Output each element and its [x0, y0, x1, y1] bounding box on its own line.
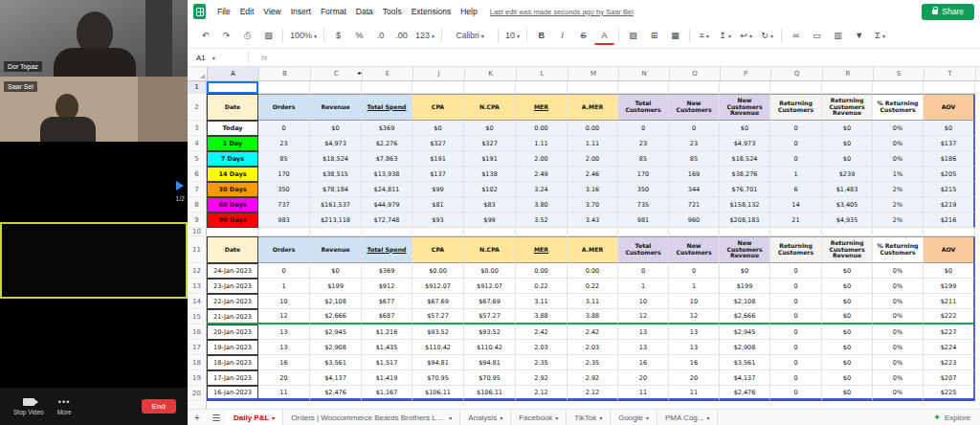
- cell[interactable]: [258, 228, 310, 236]
- text-color-button[interactable]: A: [594, 29, 614, 45]
- cell[interactable]: 0: [618, 263, 669, 279]
- cell[interactable]: $110.42: [412, 340, 464, 355]
- cell[interactable]: $2,476: [310, 386, 362, 401]
- cell[interactable]: 2.35: [568, 355, 618, 370]
- cell[interactable]: % Returning Customers: [873, 94, 924, 121]
- cell[interactable]: $38,515: [310, 167, 362, 182]
- cell[interactable]: 0%: [873, 324, 924, 340]
- cell[interactable]: 721: [669, 197, 720, 212]
- cell[interactable]: $2,908: [720, 340, 770, 355]
- cell[interactable]: 23-Jan-2023: [207, 279, 258, 294]
- cell[interactable]: $224: [924, 340, 975, 355]
- cell[interactable]: 960: [669, 212, 720, 228]
- cell[interactable]: $912.07: [412, 279, 464, 294]
- cell[interactable]: 1: [669, 279, 720, 294]
- row-header-3[interactable]: 3: [188, 121, 207, 136]
- cell[interactable]: $70.95: [412, 370, 464, 386]
- cell[interactable]: 0%: [873, 386, 924, 401]
- cell[interactable]: A.MER: [568, 94, 618, 121]
- cell[interactable]: 0%: [873, 151, 924, 167]
- all-sheets-button[interactable]: ☰: [207, 410, 226, 425]
- redo-button[interactable]: ↷: [216, 27, 236, 44]
- cell[interactable]: MER: [516, 94, 568, 121]
- cell[interactable]: 0: [770, 279, 822, 294]
- cell[interactable]: MER: [516, 236, 568, 263]
- cell[interactable]: $216: [924, 212, 975, 228]
- cell[interactable]: $0: [822, 151, 873, 167]
- cell[interactable]: $4,137: [310, 370, 362, 386]
- cell[interactable]: 11: [258, 386, 310, 401]
- menu-file[interactable]: File: [212, 5, 235, 18]
- cell[interactable]: 3.11: [568, 294, 618, 309]
- cell[interactable]: $81: [412, 197, 464, 212]
- cell[interactable]: 11: [618, 386, 669, 401]
- cell[interactable]: 0%: [873, 121, 924, 136]
- cell[interactable]: 735: [618, 197, 669, 212]
- cell[interactable]: [310, 228, 362, 236]
- cell[interactable]: 0: [669, 121, 720, 136]
- cell[interactable]: 2%: [873, 197, 924, 212]
- cell[interactable]: $2,945: [720, 324, 770, 340]
- cell[interactable]: $199: [720, 279, 770, 294]
- column-header-Q[interactable]: Q: [771, 67, 823, 80]
- row-header-12[interactable]: 12: [188, 263, 207, 279]
- undo-button[interactable]: ↶: [195, 27, 215, 44]
- selected-cell-a1[interactable]: [207, 81, 258, 94]
- row-header-1[interactable]: 1: [188, 81, 207, 94]
- cell[interactable]: 22-Jan-2023: [207, 294, 258, 309]
- row-header-16[interactable]: 16: [188, 324, 207, 340]
- cell[interactable]: 0: [770, 263, 822, 279]
- text-wrap-select[interactable]: ↩: [736, 27, 756, 44]
- cell[interactable]: $106.11: [412, 386, 464, 401]
- column-header-M[interactable]: M: [568, 67, 619, 80]
- cell[interactable]: $3,561: [720, 355, 770, 370]
- row-header-2[interactable]: 2: [188, 94, 207, 121]
- cell[interactable]: $67.69: [464, 294, 516, 309]
- cell[interactable]: $1,435: [362, 340, 412, 355]
- column-header-O[interactable]: O: [670, 67, 721, 80]
- column-header-E[interactable]: E◂▸: [363, 67, 413, 80]
- cell[interactable]: $0: [822, 340, 873, 355]
- cell[interactable]: 983: [258, 212, 310, 228]
- paint-format-button[interactable]: ▧: [258, 27, 278, 44]
- cell[interactable]: 3.11: [516, 294, 568, 309]
- cell[interactable]: 19-Jan-2023: [207, 340, 258, 355]
- column-header-K[interactable]: K: [465, 67, 517, 80]
- cell[interactable]: [873, 81, 924, 94]
- menu-edit[interactable]: Edit: [235, 5, 259, 18]
- cell[interactable]: 0.00: [568, 263, 618, 279]
- cell[interactable]: 16: [258, 355, 310, 370]
- participant-tile-active-speaker[interactable]: [0, 222, 188, 299]
- row-header-15[interactable]: 15: [188, 309, 207, 324]
- cell[interactable]: $199: [310, 279, 362, 294]
- cell[interactable]: 13: [669, 324, 720, 340]
- cell[interactable]: $76,701: [720, 182, 770, 197]
- italic-button[interactable]: I: [552, 27, 572, 44]
- cell[interactable]: $0: [822, 263, 873, 279]
- cell[interactable]: $4,935: [822, 212, 873, 228]
- name-box[interactable]: A1 ▾: [188, 54, 244, 62]
- cell[interactable]: [669, 81, 720, 94]
- cell[interactable]: 20-Jan-2023: [207, 324, 258, 340]
- cell[interactable]: $1,517: [362, 355, 412, 370]
- cell[interactable]: [568, 228, 618, 236]
- cell[interactable]: $0: [822, 370, 873, 386]
- column-header-B[interactable]: B: [259, 67, 311, 80]
- cell[interactable]: 3.88: [568, 309, 618, 324]
- cell[interactable]: [412, 228, 464, 236]
- sheets-logo-icon[interactable]: [193, 4, 206, 19]
- cell[interactable]: 1: [770, 167, 822, 182]
- cell[interactable]: 169: [669, 167, 720, 182]
- cell[interactable]: $2,108: [310, 294, 362, 309]
- cell[interactable]: $2,666: [310, 309, 362, 324]
- bold-button[interactable]: B: [531, 27, 551, 44]
- cell[interactable]: [412, 81, 464, 94]
- cell[interactable]: [618, 81, 669, 94]
- cell[interactable]: [362, 81, 412, 94]
- column-header-R[interactable]: R: [823, 67, 874, 80]
- cell[interactable]: 0: [669, 263, 720, 279]
- cell[interactable]: $24,811: [362, 182, 412, 197]
- cell[interactable]: Total Spend: [362, 236, 412, 263]
- cell[interactable]: $72,748: [362, 212, 412, 228]
- cell[interactable]: [618, 228, 669, 236]
